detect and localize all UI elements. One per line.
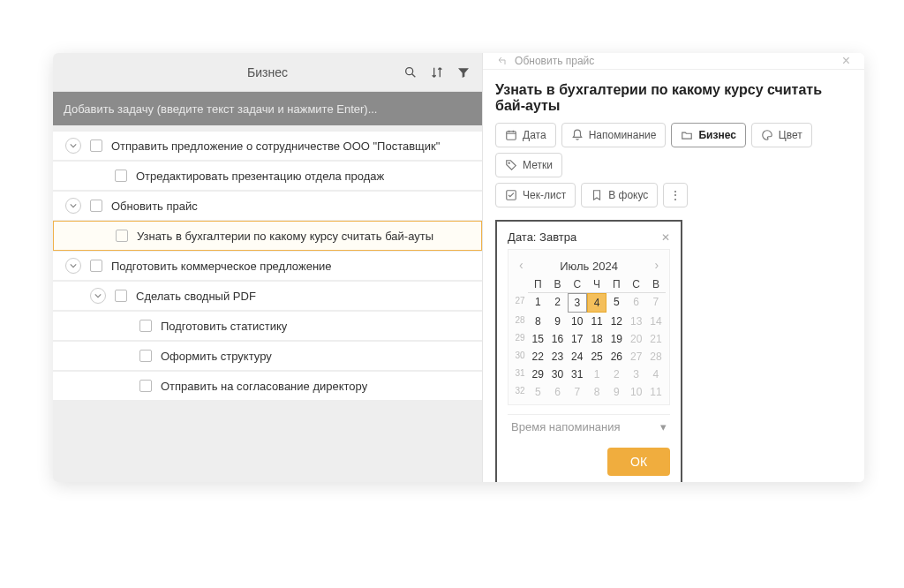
calendar-day[interactable]: 11 xyxy=(646,383,666,401)
calendar-grid: ПВСЧПСВ271234567288910111213142915161718… xyxy=(512,276,666,401)
calendar-day[interactable]: 31 xyxy=(568,366,587,383)
task-checkbox[interactable] xyxy=(139,380,152,392)
checklist-button[interactable]: Чек-лист xyxy=(495,183,576,207)
task-title[interactable]: Узнать в бухгалтерии по какому курсу счи… xyxy=(495,82,852,114)
next-month-icon[interactable]: › xyxy=(654,258,659,272)
calendar-day[interactable]: 3 xyxy=(627,366,646,383)
calendar-day[interactable]: 17 xyxy=(568,330,587,348)
task-row[interactable]: Отправить предложение о сотрудничестве О… xyxy=(53,131,482,161)
checklist-icon xyxy=(505,189,517,201)
expand-icon[interactable] xyxy=(65,258,81,274)
calendar-day[interactable]: 27 xyxy=(627,348,646,366)
task-checkbox[interactable] xyxy=(90,260,102,272)
expand-icon[interactable] xyxy=(90,288,106,304)
calendar-day[interactable]: 6 xyxy=(547,383,567,401)
calendar-day[interactable]: 21 xyxy=(646,330,666,348)
task-row[interactable]: Сделать сводный PDF xyxy=(53,281,482,311)
date-button[interactable]: Дата xyxy=(495,123,556,147)
close-icon[interactable]: × xyxy=(842,53,850,69)
color-button[interactable]: Цвет xyxy=(751,123,812,147)
folder-button[interactable]: Бизнес xyxy=(671,123,745,147)
task-checkbox[interactable] xyxy=(116,230,128,242)
calendar-day[interactable]: 2 xyxy=(606,366,626,383)
task-checkbox[interactable] xyxy=(90,200,102,212)
expand-icon[interactable] xyxy=(65,138,81,154)
bookmark-icon xyxy=(591,189,603,201)
clear-date-icon[interactable]: ✕ xyxy=(661,231,670,244)
task-row[interactable]: Отредактировать презентацию отдела прода… xyxy=(53,161,482,191)
calendar-day[interactable]: 13 xyxy=(627,313,646,330)
calendar-day[interactable]: 15 xyxy=(528,330,547,348)
prev-month-icon[interactable]: ‹ xyxy=(519,258,524,272)
calendar-day[interactable]: 16 xyxy=(547,330,567,348)
toolbar-row-2: Чек-лист В фокус ⋮ xyxy=(495,183,852,207)
palette-icon xyxy=(761,129,773,141)
calendar-day[interactable]: 5 xyxy=(606,293,626,313)
calendar-day[interactable]: 29 xyxy=(528,366,547,383)
calendar-day[interactable]: 14 xyxy=(646,313,666,330)
calendar-day[interactable]: 4 xyxy=(646,366,666,383)
task-row[interactable]: Обновить прайс xyxy=(53,191,482,221)
task-row[interactable]: Отправить на согласование директору xyxy=(53,371,482,401)
calendar-icon xyxy=(505,129,517,141)
task-row[interactable]: Подготовить статистику xyxy=(53,311,482,341)
calendar-dow: П xyxy=(528,276,547,293)
reminder-time-select[interactable]: Время напоминания ▾ xyxy=(508,414,670,439)
filter-icon[interactable] xyxy=(454,63,473,82)
task-checkbox[interactable] xyxy=(90,139,102,152)
calendar-day[interactable]: 24 xyxy=(568,348,587,366)
breadcrumb-parent[interactable]: Обновить прайс xyxy=(515,55,594,67)
calendar-day[interactable]: 20 xyxy=(627,330,646,348)
calendar-day[interactable]: 1 xyxy=(587,366,606,383)
task-row[interactable]: Оформить структуру xyxy=(53,341,482,371)
bell-icon xyxy=(571,129,584,141)
calendar-dow: В xyxy=(646,276,666,293)
task-text: Узнать в бухгалтерии по какому курсу счи… xyxy=(137,230,433,243)
expand-icon[interactable] xyxy=(65,198,81,214)
calendar-day[interactable]: 6 xyxy=(627,293,646,313)
task-checkbox[interactable] xyxy=(115,290,127,302)
calendar-day[interactable]: 12 xyxy=(606,313,626,330)
calendar-day[interactable]: 10 xyxy=(568,313,587,330)
calendar-day[interactable]: 23 xyxy=(547,348,567,366)
calendar-day[interactable]: 3 xyxy=(568,293,587,313)
calendar-day[interactable]: 9 xyxy=(547,313,567,330)
task-checkbox[interactable] xyxy=(139,320,152,332)
tags-button[interactable]: Метки xyxy=(495,153,562,177)
calendar-day[interactable]: 5 xyxy=(528,383,547,401)
focus-button[interactable]: В фокус xyxy=(581,183,658,207)
task-checkbox[interactable] xyxy=(139,350,152,362)
calendar-day[interactable]: 28 xyxy=(646,348,666,366)
search-icon[interactable] xyxy=(401,63,420,82)
add-task-input[interactable]: Добавить задачу (введите текст задачи и … xyxy=(53,92,482,125)
task-text: Отправить предложение о сотрудничестве О… xyxy=(111,139,440,153)
task-row[interactable]: Подготовить коммерческое предложение xyxy=(53,251,482,281)
ok-button[interactable]: ОК xyxy=(607,448,670,476)
calendar-day[interactable]: 25 xyxy=(587,348,606,366)
task-checkbox[interactable] xyxy=(115,170,127,182)
task-row[interactable]: Узнать в бухгалтерии по какому курсу счи… xyxy=(53,221,482,251)
more-button[interactable]: ⋮ xyxy=(663,183,688,207)
sort-icon[interactable] xyxy=(427,63,447,82)
calendar-day[interactable]: 11 xyxy=(587,313,606,330)
calendar-day[interactable]: 7 xyxy=(646,293,666,313)
svg-line-1 xyxy=(412,73,416,77)
calendar-day[interactable]: 8 xyxy=(528,313,547,330)
calendar-day[interactable]: 18 xyxy=(587,330,606,348)
task-pane-header: Бизнес xyxy=(53,53,482,92)
calendar-day[interactable]: 2 xyxy=(547,293,567,313)
calendar-day[interactable]: 10 xyxy=(627,383,646,401)
calendar-day[interactable]: 7 xyxy=(568,383,587,401)
parent-icon xyxy=(497,56,508,66)
calendar-day[interactable]: 4 xyxy=(587,293,606,313)
reminder-button[interactable]: Напоминание xyxy=(561,123,667,147)
calendar-day[interactable]: 30 xyxy=(547,366,567,383)
calendar-day[interactable]: 9 xyxy=(606,383,626,401)
calendar-day[interactable]: 8 xyxy=(587,383,606,401)
color-button-label: Цвет xyxy=(779,129,802,141)
calendar-day[interactable]: 1 xyxy=(528,293,547,313)
calendar-day[interactable]: 22 xyxy=(528,348,547,366)
tags-button-label: Метки xyxy=(523,159,553,171)
calendar-day[interactable]: 26 xyxy=(606,348,626,366)
calendar-day[interactable]: 19 xyxy=(606,330,626,348)
